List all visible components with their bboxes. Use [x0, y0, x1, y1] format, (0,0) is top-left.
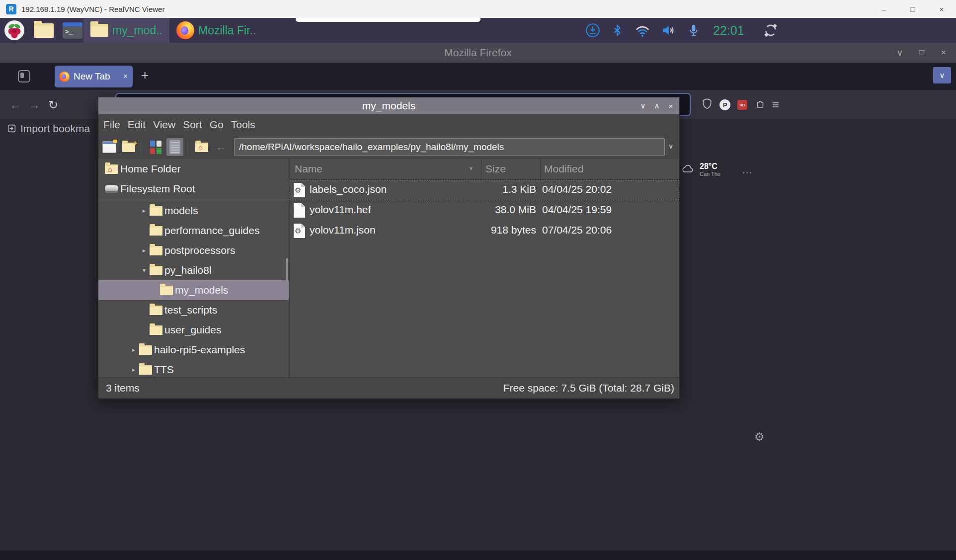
menu-view[interactable]: View — [153, 119, 175, 131]
tree-item-models[interactable]: ▸models — [98, 201, 289, 221]
profile-badge[interactable]: P — [719, 99, 730, 110]
firefox-view-icon[interactable] — [18, 70, 30, 82]
menu-go[interactable]: Go — [210, 119, 224, 131]
forward-button[interactable]: → — [26, 90, 43, 119]
home-folder-icon: ⌂ — [105, 164, 118, 174]
tree-item-user_guides[interactable]: user_guides — [98, 320, 289, 340]
sync-icon[interactable] — [763, 22, 779, 38]
column-header-name[interactable]: Name — [295, 163, 322, 175]
minimize-button[interactable]: – — [870, 0, 898, 18]
file-manager-icon[interactable] — [34, 23, 54, 38]
terminal-icon[interactable] — [63, 22, 82, 39]
system-tray: 22:01 — [585, 18, 779, 43]
column-divider[interactable] — [540, 159, 541, 179]
minimize-button[interactable]: ∨ — [637, 97, 648, 114]
list-view-button[interactable] — [166, 138, 183, 156]
volume-icon[interactable] — [661, 23, 677, 37]
weather-more-button[interactable]: … — [742, 164, 753, 176]
expander-expanded-icon[interactable]: ▾ — [143, 267, 150, 274]
download-icon[interactable] — [585, 23, 600, 38]
file-size: 38.0 MiB — [481, 204, 536, 216]
reload-button[interactable]: ↻ — [45, 90, 62, 119]
folder-icon — [139, 345, 152, 355]
list-all-tabs-button[interactable]: ∨ — [933, 67, 951, 83]
home-button[interactable]: ⌂ — [193, 138, 210, 156]
fm-window-title: my_models — [362, 100, 415, 112]
clock[interactable]: 22:01 — [713, 23, 744, 38]
file-row-labels_coco.json[interactable]: labels_coco.json1.3 KiB04/04/25 20:02 — [290, 180, 679, 200]
close-button[interactable]: × — [665, 97, 676, 114]
close-button[interactable]: × — [927, 0, 956, 18]
fm-titlebar[interactable]: my_models ∨∧× — [98, 97, 679, 114]
weather-widget[interactable]: 28°C Can Tho — [681, 162, 720, 177]
tree-item-TTS[interactable]: ▸TTS — [98, 360, 289, 377]
taskbar-task[interactable]: my_mod.. — [83, 18, 169, 43]
new-tab-button[interactable]: + — [141, 68, 149, 83]
expander-collapsed-icon[interactable]: ▸ — [132, 346, 139, 353]
microphone-icon[interactable] — [688, 23, 700, 38]
place-filesystem-root[interactable]: Filesystem Root — [98, 179, 289, 199]
path-dropdown-icon[interactable]: ∨ — [668, 142, 673, 150]
new-window-button[interactable] — [101, 138, 118, 156]
place-home-folder[interactable]: ⌂Home Folder — [98, 159, 289, 179]
folder-icon — [150, 266, 162, 275]
expander-collapsed-icon[interactable]: ▸ — [132, 366, 139, 373]
tree-item-hailo-rpi5-examples[interactable]: ▸hailo-rpi5-examples — [98, 340, 289, 360]
back-button[interactable]: ← — [213, 138, 230, 156]
expander-collapsed-icon[interactable]: ▸ — [143, 207, 150, 214]
tree-item-py_hailo8l[interactable]: ▾py_hailo8l — [98, 260, 289, 280]
column-header-size[interactable]: Size — [485, 163, 506, 175]
settings-gear-icon[interactable]: ⚙ — [754, 430, 765, 444]
firefox-tabbar: New Tab × + ∨ — [0, 63, 956, 90]
file-row-yolov11m.hef[interactable]: yolov11m.hef38.0 MiB04/04/25 19:59 — [290, 200, 679, 221]
file-row-yolov11m.json[interactable]: yolov11m.json918 bytes07/04/25 20:06 — [290, 221, 679, 241]
tree-item-label: user_guides — [164, 324, 221, 336]
bluetooth-icon[interactable] — [611, 23, 624, 37]
column-divider[interactable] — [481, 159, 482, 179]
shield-icon[interactable] — [702, 98, 713, 112]
tree-item-test_scripts[interactable]: test_scripts — [98, 300, 289, 320]
wifi-icon[interactable] — [634, 23, 651, 38]
json-file-icon — [294, 224, 305, 238]
firefox-logo-icon — [59, 72, 70, 82]
tab-new-tab[interactable]: New Tab × — [55, 66, 133, 87]
tree-item-postprocessors[interactable]: ▸postprocessors — [98, 240, 289, 260]
raspberry-menu-icon[interactable] — [4, 20, 25, 41]
list-header: Name ▾ Size Modified — [290, 159, 679, 180]
maximize-button[interactable]: □ — [898, 0, 927, 18]
menu-sort[interactable]: Sort — [183, 119, 202, 131]
tree-item-performance_guides[interactable]: performance_guides — [98, 221, 289, 240]
fm-sidebar: ⌂Home FolderFilesystem Root▸modelsperfor… — [98, 159, 289, 377]
vnc-window-title: 192.168.1.19 (WayVNC) - RealVNC Viewer — [21, 5, 164, 13]
drive-icon — [105, 185, 118, 193]
expander-collapsed-icon[interactable]: ▸ — [143, 247, 150, 254]
menu-file[interactable]: File — [103, 119, 120, 131]
tree-item-my_models[interactable]: my_models — [98, 280, 289, 300]
minimize-button[interactable]: ∨ — [892, 43, 907, 63]
file-modified: 04/04/25 20:02 — [542, 183, 612, 195]
icon-view-button[interactable] — [147, 138, 164, 156]
tree-item-label: my_models — [175, 284, 228, 296]
maximize-button[interactable]: □ — [914, 43, 929, 63]
place-label: Home Folder — [120, 163, 180, 175]
taskbar-task[interactable]: Mozilla Fir.. — [169, 18, 263, 43]
menu-hamburger-icon[interactable]: ≡ — [772, 98, 779, 112]
close-button[interactable]: × — [936, 43, 951, 63]
task-label: Mozilla Fir.. — [198, 24, 256, 37]
path-bar[interactable]: /home/RPiAI/workspace/hailo_examples/py_… — [234, 138, 665, 156]
new-folder-button[interactable]: + — [120, 138, 137, 156]
file-modified: 04/04/25 19:59 — [542, 204, 612, 216]
vnc-toolbar-tab[interactable] — [296, 18, 480, 22]
menu-tools[interactable]: Tools — [231, 119, 255, 131]
column-header-modified[interactable]: Modified — [544, 163, 583, 175]
ublock-origin-icon[interactable]: uO — [737, 100, 747, 110]
import-bookmarks-label[interactable]: Import bookma — [20, 123, 90, 135]
back-button[interactable]: ← — [7, 90, 24, 119]
menu-edit[interactable]: Edit — [128, 119, 146, 131]
extensions-icon[interactable] — [754, 98, 765, 111]
toolbar-separator — [141, 140, 141, 155]
task-label: my_mod.. — [112, 24, 162, 37]
maximize-button[interactable]: ∧ — [651, 97, 662, 114]
path-text: /home/RPiAI/workspace/hailo_examples/py_… — [239, 142, 504, 153]
tab-close-icon[interactable]: × — [123, 72, 128, 81]
